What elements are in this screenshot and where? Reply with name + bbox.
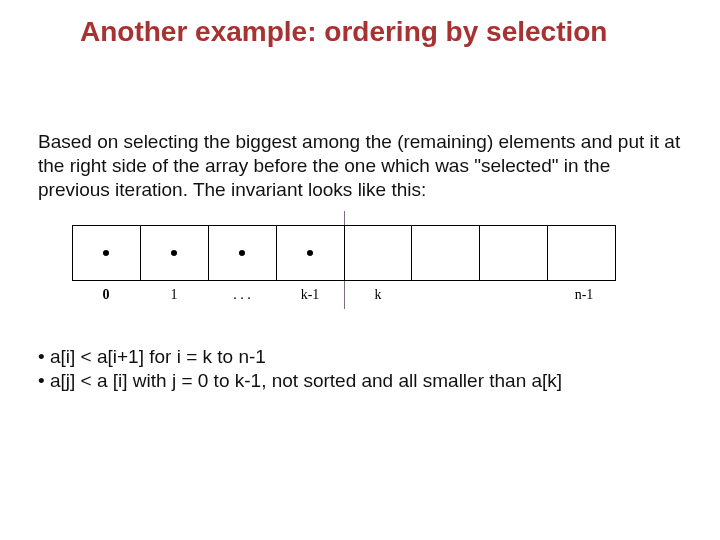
dot-icon <box>171 250 177 256</box>
dot-icon <box>307 250 313 256</box>
index-label-1: 1 <box>171 287 178 303</box>
array-cell <box>277 226 345 280</box>
index-label-dots: . . . <box>233 287 251 303</box>
array-cell <box>141 226 209 280</box>
bullet-item: • a[j] < a [i] with j = 0 to k-1, not so… <box>38 369 682 393</box>
slide: Another example: ordering by selection B… <box>0 0 720 540</box>
array-cell <box>548 226 615 280</box>
array-boxes <box>72 225 616 281</box>
index-label-n-minus-1: n-1 <box>575 287 594 303</box>
invariant-bullets: • a[i] < a[i+1] for i = k to n-1 • a[j] … <box>38 345 682 393</box>
bullet-item: • a[i] < a[i+1] for i = k to n-1 <box>38 345 682 369</box>
index-label-k: k <box>375 287 382 303</box>
dot-icon <box>103 250 109 256</box>
index-label-0: 0 <box>103 287 110 303</box>
array-cell <box>73 226 141 280</box>
dot-icon <box>239 250 245 256</box>
index-labels: 0 1 . . . k-1 k n-1 <box>72 287 616 307</box>
array-cell <box>412 226 480 280</box>
array-cell <box>209 226 277 280</box>
array-cell <box>480 226 548 280</box>
intro-paragraph: Based on selecting the biggest among the… <box>38 130 682 201</box>
index-label-k-minus-1: k-1 <box>301 287 320 303</box>
array-cell <box>345 226 413 280</box>
slide-title: Another example: ordering by selection <box>80 16 607 48</box>
array-diagram: 0 1 . . . k-1 k n-1 <box>72 225 616 325</box>
